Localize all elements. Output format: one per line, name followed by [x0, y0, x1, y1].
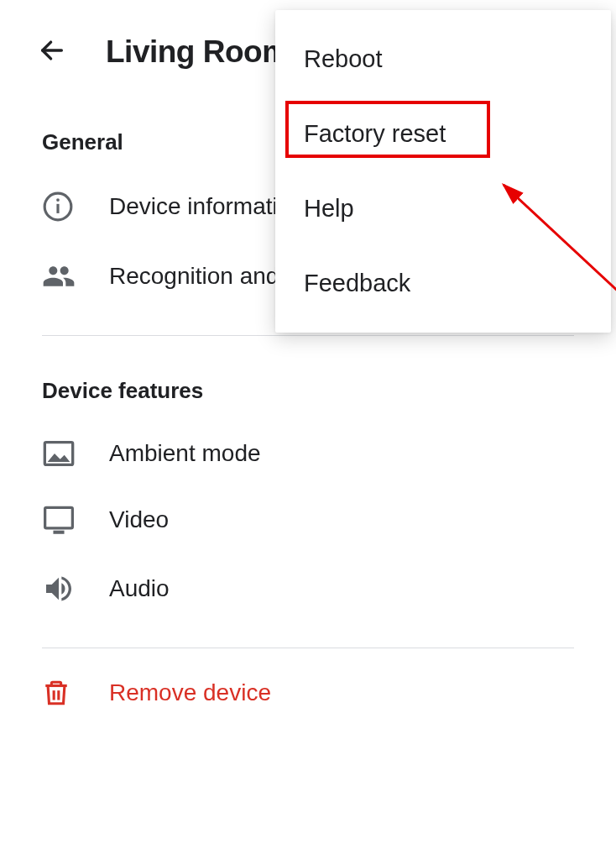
section-features-label: Device features [0, 336, 616, 421]
svg-point-3 [56, 198, 60, 202]
speaker-icon [42, 572, 82, 606]
svg-rect-5 [45, 507, 73, 528]
menu-item-label: Factory reset [304, 120, 446, 147]
photo-icon [42, 439, 82, 468]
tv-icon [42, 505, 82, 535]
row-label: Ambient mode [109, 440, 261, 467]
page-title: Living Room [106, 34, 290, 70]
menu-item-factory-reset[interactable]: Factory reset [275, 97, 611, 171]
row-remove-device[interactable]: Remove device [0, 648, 616, 727]
row-label: Video [109, 506, 169, 533]
back-arrow-icon [38, 36, 66, 68]
row-label: Remove device [109, 679, 271, 706]
row-audio[interactable]: Audio [0, 553, 616, 624]
row-ambient-mode[interactable]: Ambient mode [0, 421, 616, 486]
back-button[interactable] [34, 34, 70, 71]
menu-item-label: Reboot [304, 45, 383, 72]
row-label: Audio [109, 575, 170, 602]
trash-icon [42, 677, 82, 709]
row-video[interactable]: Video [0, 486, 616, 553]
menu-item-help[interactable]: Help [275, 171, 611, 246]
overflow-menu: Reboot Factory reset Help Feedback [275, 10, 611, 333]
menu-item-feedback[interactable]: Feedback [275, 246, 611, 321]
menu-item-label: Help [304, 195, 354, 222]
info-icon [42, 191, 82, 223]
menu-item-reboot[interactable]: Reboot [275, 22, 611, 97]
people-icon [42, 260, 82, 293]
menu-item-label: Feedback [304, 270, 410, 296]
